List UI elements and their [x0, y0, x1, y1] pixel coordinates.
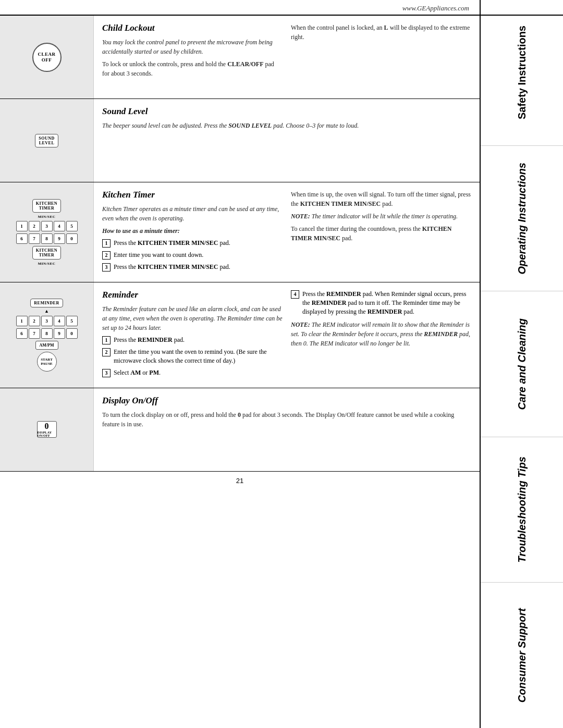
child-lockout-section: CLEAROFF Child Lockout You may lock the …: [0, 16, 480, 99]
display-onoff-section: 0 DISPLAY ON/OFF Display On/Off To turn …: [0, 388, 480, 472]
reminder-keypad-row2: 6 7 8 9 0: [16, 328, 78, 339]
display-onoff-col1: Display On/Off To turn the clock display…: [102, 396, 471, 464]
sidebar-operating-label: Operating Instructions: [516, 163, 528, 274]
display-onoff-sub: DISPLAY ON/OFF: [38, 431, 56, 437]
key-1[interactable]: 1: [16, 221, 28, 231]
display-onoff-icon-area: 0 DISPLAY ON/OFF: [0, 388, 94, 471]
key-9[interactable]: 9: [54, 233, 65, 244]
kitchen-timer-body: Kitchen Timer Kitchen Timer operates as …: [94, 182, 480, 282]
step-num-3: 3: [102, 263, 111, 272]
display-onoff-title: Display On/Off: [102, 396, 471, 406]
kitchen-timer-title: Kitchen Timer: [102, 190, 283, 200]
zero-key-label: 0: [45, 422, 49, 431]
reminder-button[interactable]: REMINDER: [30, 299, 63, 307]
kitchen-timer-top-label: KITCHENTIMER: [36, 201, 57, 211]
rem-key-9[interactable]: 9: [54, 328, 65, 339]
rem-key-1[interactable]: 1: [16, 316, 28, 326]
reminder-label: REMINDER: [34, 301, 59, 305]
kt-step-1: 1 Press the KITCHEN TIMER MIN/SEC pad.: [102, 239, 283, 248]
rem-step-3: 3 Select AM or PM.: [102, 368, 283, 377]
child-lockout-title: Child Lockout: [102, 23, 283, 33]
rem-step2-text: Enter the time you want the oven to remi…: [114, 348, 283, 365]
child-lockout-text2: To lock or unlock the controls, press an…: [102, 59, 283, 78]
key-7[interactable]: 7: [29, 233, 40, 244]
reminder-steps: 1 Press the REMINDER pad. 2 Enter the ti…: [102, 336, 283, 377]
sidebar-troubleshooting: Troubleshooting Tips: [481, 437, 563, 583]
sidebar-consumer-label: Consumer Support: [516, 608, 528, 702]
sidebar-troubleshooting-label: Troubleshooting Tips: [516, 456, 528, 563]
website-url: www.GEAppliances.com: [402, 4, 469, 12]
rem-step-2: 2 Enter the time you want the oven to re…: [102, 348, 283, 365]
clear-off-label: CLEAROFF: [38, 52, 55, 63]
sidebar-safety-label: Safety Instructions: [516, 26, 528, 119]
sidebar-care: Care and Cleaning: [481, 291, 563, 437]
rem-key-6[interactable]: 6: [16, 328, 28, 339]
sidebar-consumer: Consumer Support: [481, 583, 563, 728]
display-onoff-key[interactable]: 0 DISPLAY ON/OFF: [37, 421, 57, 438]
kt-note: NOTE: The timer indicator will be lit wh…: [291, 212, 471, 221]
kitchen-timer-bottom-label: KITCHENTIMER: [36, 248, 57, 257]
rem-key-3[interactable]: 3: [41, 316, 53, 326]
page-number: 21: [0, 472, 480, 490]
min-sec-label-top: MIN/SEC: [38, 215, 55, 219]
rem-key-5[interactable]: 5: [66, 316, 78, 326]
rem-key-4[interactable]: 4: [54, 316, 65, 326]
kt-col2-text1: When time is up, the oven will signal. T…: [291, 190, 471, 208]
rem-step-1: 1 Press the REMINDER pad.: [102, 336, 283, 344]
rem-step-num-3: 3: [102, 369, 111, 377]
sound-level-icon-area: SOUNDLEVEL: [0, 99, 94, 182]
kitchen-timer-intro: Kitchen Timer operates as a minute timer…: [102, 204, 283, 223]
kt-step-2: 2 Enter time you want to count down.: [102, 251, 283, 260]
key-8[interactable]: 8: [41, 233, 53, 244]
rem-step1-text: Press the REMINDER pad.: [114, 336, 185, 344]
reminder-col2: 4 Press the REMINDER pad. When Reminder …: [291, 290, 471, 380]
kitchen-timer-icon-area: KITCHENTIMER MIN/SEC 1 2 3 4 5 6 7 8 9: [0, 182, 94, 282]
display-onoff-body: Display On/Off To turn the clock display…: [94, 388, 480, 471]
reminder-col1: Reminder The Reminder feature can be use…: [102, 290, 283, 380]
child-lockout-text1: You may lock the control panel to preven…: [102, 38, 283, 56]
rem-step3-text: Select AM or PM.: [114, 368, 161, 377]
kitchen-timer-keypad: KITCHENTIMER MIN/SEC 1 2 3 4 5 6 7 8 9: [16, 199, 78, 266]
sound-level-body: Sound Level The beeper sound level can b…: [94, 99, 480, 182]
key-5[interactable]: 5: [66, 221, 78, 231]
main-content: CLEAROFF Child Lockout You may lock the …: [0, 16, 480, 490]
rem-key-7[interactable]: 7: [29, 328, 40, 339]
sound-level-label: SOUNDLEVEL: [39, 136, 55, 145]
kitchen-timer-button-top[interactable]: KITCHENTIMER: [32, 199, 61, 213]
step-num-1: 1: [102, 239, 111, 248]
am-pm-button[interactable]: AM/PM: [35, 341, 58, 350]
display-onoff-text: To turn the clock display on or off, pre…: [102, 410, 471, 429]
clear-off-button[interactable]: CLEAROFF: [32, 43, 62, 72]
key-3[interactable]: 3: [41, 221, 53, 231]
key-2[interactable]: 2: [29, 221, 40, 231]
kt-step1-text: Press the KITCHEN TIMER MIN/SEC pad.: [114, 239, 230, 248]
rem-key-8[interactable]: 8: [41, 328, 53, 339]
sound-level-button[interactable]: SOUNDLEVEL: [35, 134, 58, 147]
kitchen-timer-section: KITCHENTIMER MIN/SEC 1 2 3 4 5 6 7 8 9: [0, 182, 480, 282]
sidebar-safety: Safety Instructions: [481, 0, 563, 146]
am-pm-label: AM/PM: [40, 343, 54, 348]
kt-col2-text2: To cancel the timer during the countdown…: [291, 224, 471, 243]
reminder-arrow: ▲: [44, 309, 49, 314]
reminder-title: Reminder: [102, 290, 283, 300]
reminder-keypad: REMINDER ▲ 1 2 3 4 5 6 7 8: [16, 299, 78, 372]
child-lockout-col2-text: When the control panel is locked, an L w…: [291, 23, 471, 42]
start-pause-button[interactable]: START PAUSE: [37, 352, 57, 372]
pause-label: PAUSE: [41, 362, 52, 366]
url-bar: www.GEAppliances.com: [0, 0, 563, 16]
keypad-row2: 6 7 8 9 0: [16, 233, 78, 244]
rem-key-0[interactable]: 0: [66, 328, 78, 339]
kitchen-timer-steps: 1 Press the KITCHEN TIMER MIN/SEC pad. 2…: [102, 239, 283, 272]
content-area: CLEAROFF Child Lockout You may lock the …: [0, 16, 480, 490]
kitchen-timer-col2: When time is up, the oven will signal. T…: [291, 190, 471, 275]
rem-note: NOTE: The REM indicator will remain lit …: [291, 320, 471, 348]
how-to-label: How to use as a minute timer:: [102, 226, 283, 236]
right-sidebar: Safety Instructions Operating Instructio…: [480, 0, 563, 728]
key-4[interactable]: 4: [54, 221, 65, 231]
key-0[interactable]: 0: [66, 233, 78, 244]
child-lockout-body: Child Lockout You may lock the control p…: [94, 16, 480, 98]
rem-key-2[interactable]: 2: [29, 316, 40, 326]
key-6[interactable]: 6: [16, 233, 28, 244]
kitchen-timer-button-bottom[interactable]: KITCHENTIMER: [32, 246, 61, 260]
sidebar-care-label: Care and Cleaning: [516, 318, 528, 410]
